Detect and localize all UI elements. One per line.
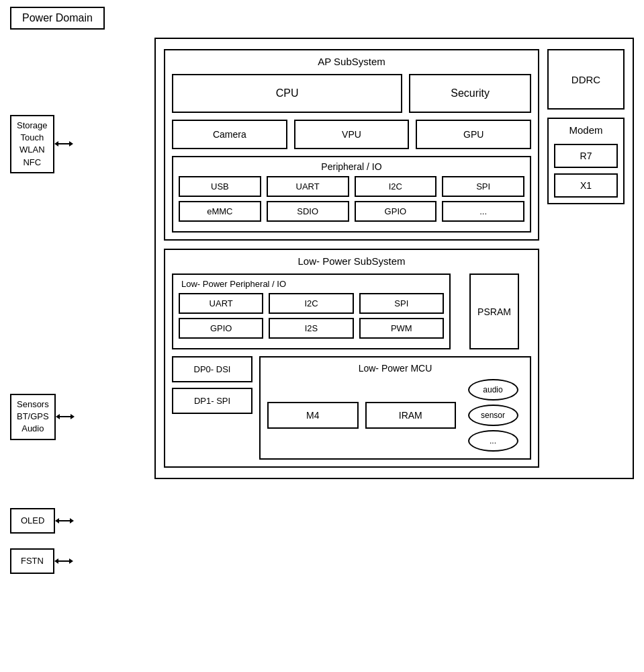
lp-subsystem-box: Low- Power SubSystem Low- Power Peripher… [164,249,539,468]
uart-block: UART [267,176,349,197]
peripheral-row-1: USB UART I2C SPI [179,176,524,197]
m4-block: M4 [267,402,359,429]
lp-row-1: UART I2C SPI [179,293,444,314]
ddrc-block: DDRC [547,49,625,110]
audio-oval: audio [468,379,518,401]
dots-oval: ... [468,430,518,452]
usb-block: USB [179,176,261,197]
lp-peripheral-title: Low- Power Peripheral / IO [179,279,444,289]
external-fstn-label: FSTN [10,548,54,574]
mcu-box: Low- Power MCU M4 IRAM audio sensor ... [259,356,531,460]
modem-title: Modem [554,124,618,136]
lp-peripheral-psram-row: Low- Power Peripheral / IO UART I2C SPI … [172,274,531,349]
peripheral-row-2: eMMC SDIO GPIO ... [179,201,524,222]
r7-block: R7 [554,144,618,168]
arrow-fstn [54,556,73,566]
arrow-oled [55,516,74,526]
x1-block: X1 [554,173,618,198]
svg-marker-4 [56,414,60,419]
psram-block: PSRAM [469,274,519,349]
dp-column: DP0- DSI DP1- SPI [172,356,252,460]
svg-marker-11 [69,558,73,564]
gpu-block: GPU [416,120,531,149]
mcu-row: M4 IRAM audio sensor ... [267,379,523,452]
lp-gpio-block: GPIO [179,318,263,339]
diagram-center: AP SubSystem CPU Security Camera VPU GPU [164,49,539,468]
cpu-block: CPU [172,74,402,113]
svg-marker-10 [54,558,58,564]
security-block: Security [409,74,531,113]
sdio-block: SDIO [267,201,349,222]
spi-block: SPI [442,176,524,197]
vpu-block: VPU [294,120,410,149]
modem-box: Modem R7 X1 [547,118,625,204]
external-sensors-label: Sensors BT/GPS Audio [10,394,56,440]
arrow-storage [54,139,73,149]
peripheral-io-title: Peripheral / IO [179,161,524,172]
lp-row-2: GPIO I2S PWM [179,318,444,339]
lp-pwm-block: PWM [359,318,444,339]
lp-peripheral-box: Low- Power Peripheral / IO UART I2C SPI … [172,274,451,349]
main-container: Power Domain Storage Touch WLAN NFC Sens… [0,0,644,486]
svg-marker-1 [54,141,58,146]
lp-i2s-block: I2S [269,318,353,339]
camera-vpu-gpu-row: Camera VPU GPU [172,120,531,149]
lp-i2c-block: I2C [269,293,353,314]
peripheral-io-box: Peripheral / IO USB UART I2C SPI eMMC SD… [172,156,531,233]
external-oled-label: OLED [10,508,55,534]
lp-spi-block: SPI [359,293,444,314]
mcu-title: Low- Power MCU [267,363,523,374]
cpu-security-row: CPU Security [172,74,531,113]
dp1-block: DP1- SPI [172,388,252,414]
lp-left-col: Low- Power Peripheral / IO UART I2C SPI … [172,274,451,349]
lp-uart-block: UART [179,293,263,314]
power-domain-label: Power Domain [10,7,105,30]
dots-block: ... [442,201,524,222]
arrow-sensors [56,412,75,421]
gpio-block: GPIO [355,201,437,222]
lp-subsystem-title: Low- Power SubSystem [172,255,531,267]
external-storage-label: Storage Touch WLAN NFC [10,115,54,173]
svg-marker-8 [70,518,74,523]
diagram-right-col: DDRC Modem R7 X1 [547,49,625,468]
ap-subsystem-title: AP SubSystem [172,56,531,67]
main-diagram-box: AP SubSystem CPU Security Camera VPU GPU [154,38,634,479]
ap-subsystem-box: AP SubSystem CPU Security Camera VPU GPU [164,49,539,241]
svg-marker-2 [69,141,73,146]
svg-marker-5 [71,414,75,419]
camera-block: Camera [172,120,287,149]
bottom-row: DP0- DSI DP1- SPI Low- Power MCU M4 IRAM… [172,356,531,460]
i2c-block: I2C [355,176,437,197]
dp0-block: DP0- DSI [172,356,252,382]
iram-block: IRAM [365,402,457,429]
lp-psram-col: PSRAM [457,274,531,349]
emmc-block: eMMC [179,201,261,222]
sensor-oval: sensor [468,405,518,426]
svg-marker-7 [55,518,59,523]
oval-column: audio sensor ... [463,379,523,452]
